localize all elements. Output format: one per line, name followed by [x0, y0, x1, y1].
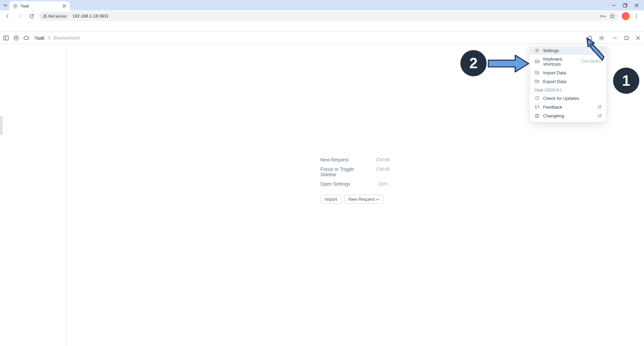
- new-request-button-label: New Request: [348, 197, 375, 202]
- welcome-open-settings[interactable]: Open Settings Ctrl+,: [320, 179, 390, 189]
- folder-import-icon: [534, 70, 540, 75]
- gear-icon: [534, 48, 540, 53]
- app-close-icon[interactable]: [635, 35, 641, 41]
- app-toolbar: Yaak Environment: [0, 32, 644, 44]
- menu-item-label: Settings: [543, 48, 589, 53]
- browser-tab[interactable]: Yaak: [9, 1, 70, 10]
- castle-icon: [534, 113, 540, 118]
- browser-maximize-icon[interactable]: [622, 3, 628, 8]
- back-icon[interactable]: [3, 11, 12, 21]
- annotation-arrow-1: [586, 37, 613, 69]
- breadcrumb: Yaak Environment: [34, 35, 80, 41]
- svg-point-7: [636, 15, 637, 16]
- menu-item-export-data[interactable]: Export Data: [530, 77, 606, 86]
- menu-item-feedback[interactable]: Feedback: [530, 103, 606, 111]
- folder-export-icon: [534, 79, 540, 84]
- browser-close-icon[interactable]: [634, 3, 639, 8]
- menu-item-label: Changelog: [543, 113, 594, 118]
- yaak-app: Yaak Environment New Request Ctrl+N: [0, 32, 644, 346]
- tab-title: Yaak: [20, 4, 60, 8]
- chat-icon: [534, 104, 540, 110]
- keyboard-icon: [534, 59, 540, 64]
- browser-menu-icon[interactable]: [634, 14, 639, 18]
- svg-point-4: [45, 17, 45, 17]
- welcome-row-label: New Request: [320, 157, 349, 162]
- svg-marker-16: [587, 38, 604, 60]
- svg-point-1: [15, 5, 16, 6]
- menu-item-label: Feedback: [543, 105, 594, 110]
- menu-version-label: Yaak v2024.9.1: [530, 86, 606, 94]
- profile-avatar[interactable]: [622, 12, 630, 20]
- svg-rect-9: [4, 36, 8, 40]
- svg-marker-17: [488, 55, 529, 72]
- svg-point-5: [601, 15, 603, 17]
- url-text: 192.168.1.18:3931: [72, 13, 598, 18]
- welcome-new-request[interactable]: New Request Ctrl+N: [320, 155, 390, 164]
- menu-item-label: Import Data: [543, 70, 602, 75]
- welcome-row-shortcut: Ctrl+,: [378, 181, 390, 187]
- bookmark-star-icon[interactable]: [610, 13, 615, 19]
- welcome-row-label: Focus or Toggle Sidebar: [320, 166, 356, 177]
- external-link-icon: [598, 114, 602, 118]
- import-button-label: Import: [325, 197, 337, 202]
- cloud-icon[interactable]: [23, 35, 30, 41]
- browser-window-controls: [606, 0, 644, 10]
- tab-list-dropdown[interactable]: [1, 0, 9, 10]
- browser-tab-strip: Yaak: [0, 0, 644, 10]
- svg-rect-13: [625, 36, 628, 40]
- svg-point-14: [536, 50, 538, 51]
- forward-icon[interactable]: [15, 11, 24, 21]
- svg-point-8: [636, 17, 637, 18]
- svg-rect-15: [535, 60, 539, 63]
- annotation-arrow-2: [487, 53, 530, 74]
- menu-item-label: Export Data: [543, 79, 602, 84]
- add-icon[interactable]: [13, 35, 20, 41]
- chevron-right-icon: [47, 36, 51, 40]
- welcome-panel: New Request Ctrl+N Focus or Toggle Sideb…: [320, 155, 390, 204]
- sidebar: [0, 44, 66, 346]
- sidebar-toggle-icon[interactable]: [3, 35, 9, 41]
- menu-item-import-data[interactable]: Import Data: [530, 68, 606, 77]
- welcome-toggle-sidebar[interactable]: Focus or Toggle Sidebar Ctrl+B: [320, 164, 390, 179]
- menu-item-changelog[interactable]: Changelog: [530, 111, 606, 120]
- tab-close-icon[interactable]: [62, 4, 67, 8]
- external-link-icon: [598, 105, 602, 109]
- tab-favicon-icon: [13, 3, 18, 9]
- annotation-badge-2: 2: [460, 50, 487, 76]
- import-button[interactable]: Import: [320, 195, 342, 204]
- not-secure-badge[interactable]: Not secure: [40, 13, 70, 19]
- app-maximize-icon[interactable]: [623, 35, 630, 41]
- main-content: New Request Ctrl+N Focus or Toggle Sideb…: [66, 44, 644, 346]
- annotation-badge-1: 1: [613, 68, 639, 94]
- annotation-badge-1-label: 1: [622, 72, 630, 89]
- menu-item-label: Check for Updates: [543, 96, 602, 101]
- not-secure-label: Not secure: [48, 14, 66, 18]
- svg-rect-3: [623, 4, 627, 7]
- browser-address-bar: Not secure 192.168.1.18:3931: [0, 10, 644, 22]
- breadcrumb-workspace[interactable]: Yaak: [34, 35, 45, 41]
- welcome-row-shortcut: Ctrl+B: [376, 166, 389, 177]
- welcome-row-label: Open Settings: [320, 181, 350, 187]
- welcome-row-shortcut: Ctrl+N: [376, 157, 389, 162]
- password-key-icon[interactable]: [600, 14, 606, 18]
- browser-minimize-icon[interactable]: [611, 3, 616, 8]
- chevron-down-icon: [376, 198, 379, 201]
- refresh-icon: [534, 95, 540, 101]
- menu-item-check-updates[interactable]: Check for Updates: [530, 94, 606, 103]
- sidebar-handle[interactable]: [0, 116, 3, 135]
- url-bar[interactable]: Not secure 192.168.1.18:3931: [39, 11, 619, 21]
- menu-item-label: Keyboard shortcuts: [543, 56, 578, 67]
- reload-icon[interactable]: [27, 11, 36, 21]
- svg-point-6: [636, 14, 637, 14]
- breadcrumb-environment[interactable]: Environment: [53, 35, 80, 41]
- annotation-badge-2-label: 2: [469, 55, 478, 72]
- new-request-button[interactable]: New Request: [344, 195, 384, 204]
- warning-icon: [43, 14, 47, 18]
